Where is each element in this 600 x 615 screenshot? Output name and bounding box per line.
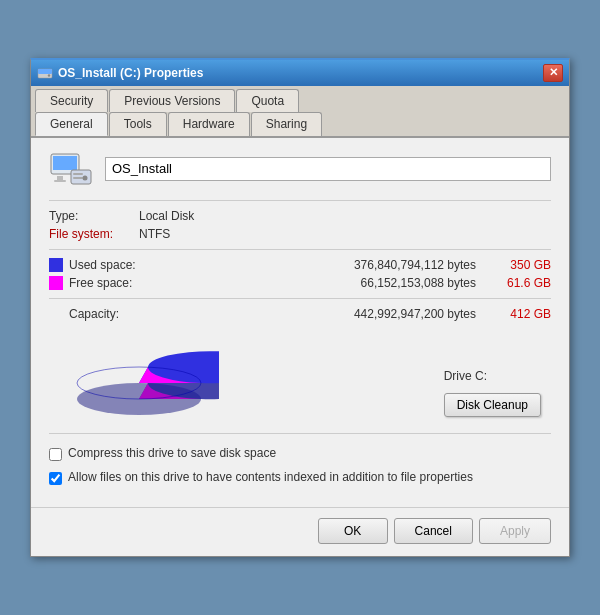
tab-sharing[interactable]: Sharing bbox=[251, 112, 322, 136]
drive-name-input[interactable] bbox=[105, 157, 551, 181]
free-gb: 61.6 GB bbox=[496, 276, 551, 290]
filesystem-label: File system: bbox=[49, 227, 139, 241]
tab-quota[interactable]: Quota bbox=[236, 89, 299, 112]
svg-rect-1 bbox=[38, 69, 52, 74]
filesystem-value: NTFS bbox=[139, 227, 170, 241]
drive-icon bbox=[49, 152, 93, 186]
bottom-buttons: OK Cancel Apply bbox=[31, 507, 569, 556]
general-tab-content: Type: Local Disk File system: NTFS Used … bbox=[31, 138, 569, 507]
divider-3 bbox=[49, 298, 551, 299]
chart-area: Drive C: Disk Cleanup bbox=[49, 331, 551, 421]
top-tab-row: Security Previous Versions Quota bbox=[31, 86, 569, 113]
svg-rect-9 bbox=[73, 177, 83, 179]
window-title: OS_Install (C:) Properties bbox=[58, 66, 203, 80]
free-bytes: 66,152,153,088 bytes bbox=[149, 276, 496, 290]
drive-header bbox=[49, 152, 551, 186]
pie-chart bbox=[59, 331, 219, 421]
cancel-button[interactable]: Cancel bbox=[394, 518, 473, 544]
tab-hardware[interactable]: Hardware bbox=[168, 112, 250, 136]
index-checkbox[interactable] bbox=[49, 472, 62, 485]
drive-title-icon bbox=[37, 65, 53, 81]
tab-tools[interactable]: Tools bbox=[109, 112, 167, 136]
disk-cleanup-button[interactable]: Disk Cleanup bbox=[444, 393, 541, 417]
type-row: Type: Local Disk bbox=[49, 209, 551, 223]
properties-window: OS_Install (C:) Properties ✕ Security Pr… bbox=[30, 58, 570, 557]
filesystem-row: File system: NTFS bbox=[49, 227, 551, 241]
capacity-bytes: 442,992,947,200 bytes bbox=[143, 307, 496, 321]
type-label: Type: bbox=[49, 209, 139, 223]
tab-previous-versions[interactable]: Previous Versions bbox=[109, 89, 235, 112]
tab-general[interactable]: General bbox=[35, 112, 108, 136]
index-row: Allow files on this drive to have conten… bbox=[49, 470, 551, 486]
svg-rect-5 bbox=[57, 176, 63, 180]
ok-button[interactable]: OK bbox=[318, 518, 388, 544]
index-label: Allow files on this drive to have conten… bbox=[68, 470, 473, 486]
compress-label: Compress this drive to save disk space bbox=[68, 446, 276, 462]
used-label: Used space: bbox=[69, 258, 149, 272]
divider-1 bbox=[49, 200, 551, 201]
capacity-row: Capacity: 442,992,947,200 bytes 412 GB bbox=[69, 307, 551, 321]
svg-point-10 bbox=[83, 175, 88, 180]
free-color-box bbox=[49, 276, 63, 290]
svg-rect-6 bbox=[54, 180, 66, 182]
used-gb: 350 GB bbox=[496, 258, 551, 272]
bottom-tab-row: General Tools Hardware Sharing bbox=[31, 112, 569, 138]
free-space-row: Free space: 66,152,153,088 bytes 61.6 GB bbox=[49, 276, 551, 290]
divider-2 bbox=[49, 249, 551, 250]
close-button[interactable]: ✕ bbox=[543, 64, 563, 82]
used-bytes: 376,840,794,112 bytes bbox=[149, 258, 496, 272]
capacity-gb: 412 GB bbox=[496, 307, 551, 321]
svg-rect-4 bbox=[53, 156, 77, 170]
used-color-box bbox=[49, 258, 63, 272]
tab-security[interactable]: Security bbox=[35, 89, 108, 112]
svg-point-2 bbox=[48, 74, 50, 76]
title-bar-left: OS_Install (C:) Properties bbox=[37, 65, 203, 81]
apply-button[interactable]: Apply bbox=[479, 518, 551, 544]
capacity-label: Capacity: bbox=[69, 307, 143, 321]
svg-rect-8 bbox=[73, 173, 83, 175]
free-label: Free space: bbox=[69, 276, 149, 290]
compress-checkbox[interactable] bbox=[49, 448, 62, 461]
drive-c-label: Drive C: bbox=[444, 369, 487, 383]
type-value: Local Disk bbox=[139, 209, 194, 223]
compress-row: Compress this drive to save disk space bbox=[49, 446, 551, 462]
used-space-row: Used space: 376,840,794,112 bytes 350 GB bbox=[49, 258, 551, 272]
title-bar: OS_Install (C:) Properties ✕ bbox=[31, 60, 569, 86]
checkbox-section: Compress this drive to save disk space A… bbox=[49, 433, 551, 485]
